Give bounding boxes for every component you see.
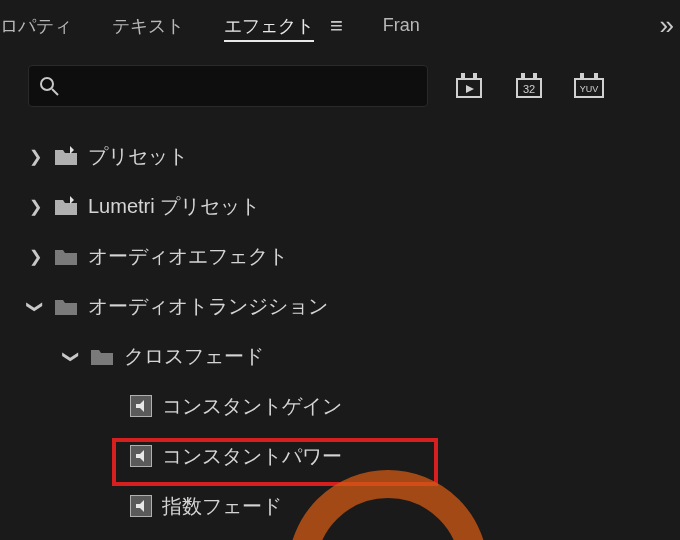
tree-label: オーディオエフェクト [88,243,288,270]
tree-label: クロスフェード [124,343,264,370]
tree-label: Lumetri プリセット [88,193,260,220]
search-input[interactable] [67,76,417,97]
search-field[interactable] [28,65,428,107]
svg-marker-16 [136,400,144,412]
svg-rect-3 [461,73,465,79]
effects-tree: ❯ プリセット ❯ Lumetri プリセット ❯ オーディオエフェクト ❯ オ… [0,125,680,531]
svg-rect-11 [580,73,584,79]
tree-item-lumetri-presets[interactable]: ❯ Lumetri プリセット [26,181,680,231]
tree-item-exponential-fade[interactable]: 指数フェード [26,481,680,531]
svg-marker-18 [136,500,144,512]
panel-tabs: ロパティ テキスト エフェクト ≡ Fran » [0,0,680,55]
tree-label: オーディオトランジション [88,293,328,320]
panel-menu-icon[interactable]: ≡ [330,13,343,39]
audio-transition-icon [130,495,152,517]
chevron-down-icon[interactable]: ❯ [62,347,81,365]
tree-item-audio-transitions[interactable]: ❯ オーディオトランジション [26,281,680,331]
effects-toolbar: 32 YUV [0,55,680,125]
svg-marker-17 [136,450,144,462]
svg-rect-4 [473,73,477,79]
svg-text:YUV: YUV [580,84,599,94]
tree-item-constant-power[interactable]: コンスタントパワー [26,431,680,481]
svg-point-0 [41,78,53,90]
search-icon [39,76,59,96]
yuv-effects-icon[interactable]: YUV [570,71,608,101]
preset-folder-icon [54,146,78,166]
tab-text[interactable]: テキスト [112,14,184,38]
tree-item-audio-effects[interactable]: ❯ オーディオエフェクト [26,231,680,281]
folder-icon [90,346,114,366]
chevron-right-icon[interactable]: ❯ [26,147,44,166]
audio-transition-icon [130,445,152,467]
svg-rect-7 [521,73,525,79]
tree-label: コンスタントパワー [162,443,342,470]
tab-properties[interactable]: ロパティ [0,14,72,38]
preset-folder-icon [54,196,78,216]
tabs-overflow-icon[interactable]: » [660,10,680,41]
svg-line-1 [52,89,58,95]
tree-label: プリセット [88,143,188,170]
tab-overflow-frame[interactable]: Fran [383,15,420,36]
svg-rect-8 [533,73,537,79]
tab-effects[interactable]: エフェクト [224,14,314,38]
32bit-effects-icon[interactable]: 32 [510,71,548,101]
tree-item-presets[interactable]: ❯ プリセット [26,131,680,181]
audio-transition-icon [130,395,152,417]
svg-marker-5 [466,85,474,93]
svg-marker-14 [70,146,74,154]
tree-item-crossfade[interactable]: ❯ クロスフェード [26,331,680,381]
accelerated-effects-icon[interactable] [450,71,488,101]
tree-label: コンスタントゲイン [162,393,342,420]
chevron-right-icon[interactable]: ❯ [26,247,44,266]
tree-item-constant-gain[interactable]: コンスタントゲイン [26,381,680,431]
chevron-down-icon[interactable]: ❯ [26,297,45,315]
tree-label: 指数フェード [162,493,282,520]
chevron-right-icon[interactable]: ❯ [26,197,44,216]
folder-icon [54,246,78,266]
folder-icon [54,296,78,316]
svg-text:32: 32 [523,83,535,95]
svg-rect-12 [594,73,598,79]
svg-marker-15 [70,196,74,204]
